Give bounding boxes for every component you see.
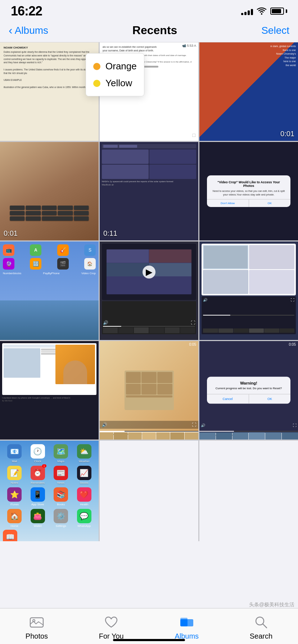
photos-icon	[29, 614, 45, 630]
warning-ok-button[interactable]: OK	[249, 395, 291, 404]
wifi-icon	[257, 7, 267, 15]
status-icons	[241, 7, 287, 15]
page-title: Recents	[132, 24, 177, 37]
yellow-dot	[93, 80, 100, 87]
color-item-orange[interactable]: Orange	[93, 58, 137, 75]
select-button[interactable]: Select	[261, 25, 289, 36]
photo-cell-9[interactable]: 🔊 ⛶	[199, 242, 298, 340]
svg-rect-5	[180, 618, 188, 625]
photo-grid: NOAM CHOMSKY Dulles explained quite clea…	[0, 42, 298, 541]
duration-badge-3: 0:01	[280, 130, 294, 138]
duration-badge-6: 0:11	[103, 229, 117, 238]
tab-for-you[interactable]: For You	[99, 614, 124, 640]
warning-dialog: Warning! Current progress will be lost. …	[207, 377, 291, 404]
photo-row-5: 📧 Mail 🕐 Clock 🗺️ Maps ⛅ Weather	[0, 441, 298, 541]
permission-title: "Video Crop" Would Like to Access Your P…	[212, 180, 285, 188]
tab-bar: Photos For You Albums Search	[0, 608, 298, 644]
photo-cell-11[interactable]: I dumbed down my phone with Google's env…	[100, 341, 198, 440]
permission-dialog: "Video Crop" Would Like to Access Your P…	[207, 175, 290, 207]
color-item-yellow[interactable]: Yellow	[93, 75, 137, 92]
yellow-label: Yellow	[105, 78, 132, 89]
photo-row-4: I dumbed down my phone with Google's env…	[0, 341, 298, 440]
photo-cell-3[interactable]: in dark, global currentsthere is oneNoam…	[199, 42, 298, 141]
navigation-bar: ‹ Albums Recents Select	[0, 20, 298, 42]
photo-row-1: NOAM CHOMSKY Dulles explained quite clea…	[0, 42, 298, 141]
photo-cell-14	[100, 441, 198, 541]
play-icon: ▶	[143, 266, 155, 279]
tab-albums[interactable]: Albums	[175, 614, 199, 640]
photo-cell-6[interactable]: "Video Crop" Would Like to Access Your P…	[199, 142, 298, 240]
photo-cell-5[interactable]: NASA's 1y spacecraft could prevent the r…	[100, 142, 198, 240]
warning-title: Warning!	[212, 381, 286, 385]
watermark: 头条@极美科技生活	[249, 602, 294, 608]
duration-badge-5: 0:01	[4, 229, 18, 238]
svg-point-0	[261, 13, 262, 15]
orange-dot	[93, 63, 100, 70]
status-bar: 16:22	[0, 0, 298, 20]
status-time: 16:22	[11, 4, 42, 19]
search-icon	[253, 614, 269, 630]
for-you-icon	[103, 614, 119, 630]
photo-cell-4[interactable]: 0:01	[0, 142, 99, 240]
photo-cell-1[interactable]: NOAM CHOMSKY Dulles explained quite clea…	[0, 42, 99, 141]
warning-cancel-button[interactable]: Cancel	[207, 395, 249, 404]
back-label: Albums	[15, 25, 48, 36]
photos-tab-label: Photos	[26, 632, 48, 640]
photo-cell-7[interactable]: 📺 A 🎸 S 🔮 🔢 🎬 🏠 Numberblocks PayByPhone …	[0, 242, 99, 340]
photo-cell-12[interactable]: I dumbed down my phone with Google's env…	[199, 341, 298, 440]
warning-message: Current progress will be lost. Do you wa…	[212, 387, 286, 390]
photo-row-3: 📺 A 🎸 S 🔮 🔢 🎬 🏠 Numberblocks PayByPhone …	[0, 242, 298, 340]
permission-message: Need to access your videos, so that you …	[212, 189, 285, 196]
permission-deny-button[interactable]: Don't Allow	[207, 199, 249, 207]
permission-allow-button[interactable]: OK	[249, 199, 291, 207]
photo-cell-15	[199, 441, 298, 541]
photo-row-2: 0:01 NASA's 1y spacecraft could prevent …	[0, 142, 298, 240]
albums-icon	[179, 614, 195, 630]
back-button[interactable]: ‹ Albums	[9, 24, 48, 37]
photo-cell-10[interactable]: I dumbed down my phone with Google's env…	[0, 341, 99, 440]
photo-cell-8[interactable]: ▶ 🔊 ⛶	[100, 242, 198, 340]
battery-icon	[270, 8, 287, 15]
home-indicator	[113, 639, 185, 641]
orange-label: Orange	[105, 61, 137, 72]
signal-icon	[241, 7, 253, 15]
color-dropdown: Orange Yellow	[86, 53, 144, 96]
tab-photos[interactable]: Photos	[26, 614, 48, 640]
tab-search[interactable]: Search	[250, 614, 272, 640]
search-tab-label: Search	[250, 632, 272, 640]
photo-cell-homescreen[interactable]: 📧 Mail 🕐 Clock 🗺️ Maps ⛅ Weather	[0, 441, 99, 541]
back-chevron-icon: ‹	[9, 24, 13, 37]
